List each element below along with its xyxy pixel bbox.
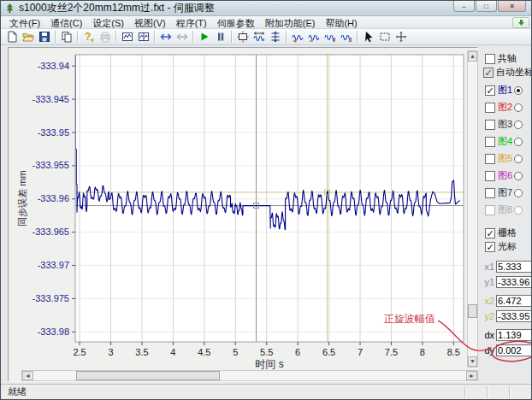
plot-6-radio[interactable] <box>514 172 523 180</box>
open-file-button[interactable] <box>20 30 36 44</box>
plot-select-list: ✓图1图2图3图4图5图6图7图8 <box>482 84 532 216</box>
maximize-button[interactable]: □ <box>476 1 497 12</box>
window-1-button[interactable] <box>119 30 135 44</box>
plot-8-radio <box>514 206 523 215</box>
plot-8-checkbox <box>485 205 495 215</box>
coaxial-checkbox[interactable] <box>485 54 495 64</box>
status-pane <box>464 386 487 398</box>
menu-item-4[interactable]: 程序(T) <box>171 18 212 28</box>
x-tick-label: 4 <box>170 347 175 357</box>
menu-item-6[interactable]: 附加功能(E) <box>260 18 321 28</box>
plot-2-radio[interactable] <box>514 103 523 112</box>
plot-3-checkbox[interactable] <box>485 120 495 130</box>
plot-row-8: 图8 <box>482 203 532 216</box>
plot-1-radio[interactable] <box>514 86 523 95</box>
close-button[interactable]: ✕ <box>498 1 526 12</box>
y2-label: y2 <box>482 311 494 321</box>
new-file-button[interactable] <box>3 30 20 44</box>
menu-item-5[interactable]: 伺服参数 <box>212 18 260 28</box>
x-tick-label: 4.5 <box>198 347 210 357</box>
plot-5-label: 图5 <box>498 152 512 165</box>
cursor-value-fields: x1y1x2y2dxdy <box>482 260 532 357</box>
vertical-scroll-thumb[interactable] <box>468 304 477 318</box>
plot-7-label: 图7 <box>498 186 512 199</box>
plot-4-label: 图4 <box>498 135 512 148</box>
wave-expand-y-button[interactable] <box>338 30 354 44</box>
cursor-field-row-y2: y2 <box>482 309 532 323</box>
fit-all-button[interactable] <box>234 30 251 44</box>
harrow-icon <box>160 31 172 43</box>
plot-4-checkbox[interactable] <box>485 137 495 147</box>
scroll-up-button[interactable]: ▲ <box>468 51 477 62</box>
plot-2-checkbox[interactable] <box>485 103 495 113</box>
coaxial-row: 共轴 <box>482 52 532 65</box>
scroll-down-button[interactable]: ▼ <box>468 356 477 367</box>
x-tick-label: 5.5 <box>260 347 273 357</box>
fitx-icon <box>253 31 265 43</box>
chart-horizontal-scrollbar[interactable]: ◄ ► <box>21 370 478 381</box>
toolbar-separator <box>357 31 358 43</box>
y2-input[interactable] <box>496 310 532 322</box>
save-icon <box>38 31 50 43</box>
plot-6-checkbox[interactable] <box>485 171 495 181</box>
wave-zoom-in-button[interactable] <box>289 30 305 44</box>
dy-input[interactable] <box>496 344 532 356</box>
grid-checkbox[interactable]: ✓ <box>485 228 495 238</box>
dx-input[interactable] <box>496 329 532 341</box>
horizontal-scroll-thumb[interactable] <box>76 371 220 380</box>
pause-icon <box>215 31 227 43</box>
x-tick-label: 2.5 <box>73 347 86 357</box>
fit-y-button[interactable] <box>267 30 283 44</box>
plot-5-radio[interactable] <box>514 155 523 163</box>
plot-4-radio[interactable] <box>514 138 523 146</box>
y-tick-label: -333.955 <box>33 160 69 170</box>
x1-input[interactable] <box>496 261 532 273</box>
window-2-button[interactable] <box>135 30 151 44</box>
control-panel: 共轴 ✓ 自动坐标 ✓图1图2图3图4图5图6图7图8 ✓ 栅格 ✓ 光标 x1… <box>480 47 532 380</box>
pan-tool-button[interactable] <box>393 30 409 44</box>
fit-x-button[interactable] <box>251 30 267 44</box>
status-bar: 就绪 <box>1 384 531 399</box>
wave4-icon <box>340 31 352 43</box>
x-axis-title: 时间 s <box>255 358 283 370</box>
expand-x-button[interactable] <box>157 30 174 44</box>
key-icon <box>83 31 95 43</box>
y1-input[interactable] <box>496 276 532 288</box>
cursor-checkbox[interactable]: ✓ <box>485 242 495 252</box>
wave3-icon <box>324 31 336 43</box>
app-window: s1000攻丝2个20mm12mm过.fxt - 伺服调整 – □ ✕ 文件(F… <box>0 0 532 400</box>
pause-sampling-button[interactable] <box>212 30 228 44</box>
x-tick-label: 3 <box>108 347 113 357</box>
toolbar-separator <box>115 31 116 43</box>
minimize-button[interactable]: – <box>453 1 475 12</box>
x2-input[interactable] <box>496 295 532 307</box>
autoscale-label: 自动坐标 <box>496 66 532 79</box>
menu-item-3[interactable]: 视图(V) <box>129 18 171 28</box>
scroll-right-button[interactable]: ► <box>466 371 477 380</box>
menu-overflow-button[interactable] <box>512 17 529 28</box>
menu-item-2[interactable]: 设定(S) <box>87 18 129 28</box>
plot-7-checkbox[interactable] <box>485 188 495 198</box>
move-icon <box>395 31 407 43</box>
plot-3-radio[interactable] <box>514 121 523 129</box>
plot-1-checkbox[interactable]: ✓ <box>485 85 495 96</box>
save-file-button[interactable] <box>36 30 52 44</box>
cursor-field-row-x1: x1 <box>482 260 532 274</box>
register-key-button[interactable] <box>80 30 97 44</box>
scroll-left-button[interactable]: ◄ <box>22 371 33 380</box>
plot-7-radio[interactable] <box>514 189 523 197</box>
menu-item-7[interactable]: 帮助(H) <box>320 18 362 28</box>
wave-compress-y-button[interactable] <box>322 30 338 44</box>
status-pane <box>487 386 509 398</box>
wave-zoom-out-button[interactable] <box>305 30 322 44</box>
menu-item-1[interactable]: 通信(C) <box>45 18 87 28</box>
start-sampling-button[interactable] <box>196 30 212 44</box>
copy-button[interactable] <box>58 30 74 44</box>
plot-5-checkbox[interactable] <box>485 154 495 164</box>
y-tick-label: -333.97 <box>38 260 69 270</box>
menu-item-0[interactable]: 文件(F) <box>4 18 45 28</box>
select-zoom-tool-button[interactable] <box>376 30 393 44</box>
chart-vertical-scrollbar[interactable]: ▲ ▼ <box>467 50 478 368</box>
autoscale-checkbox[interactable]: ✓ <box>483 68 494 78</box>
pointer-tool-button[interactable] <box>360 30 376 44</box>
